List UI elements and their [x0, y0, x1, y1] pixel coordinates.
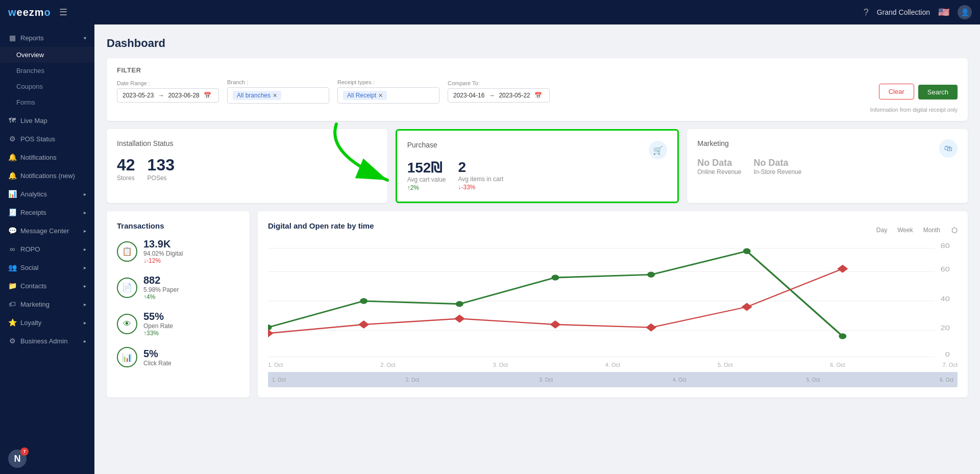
open-rate-info: 55% Open Rate ↑33% — [143, 311, 173, 337]
sidebar-item-ropo[interactable]: ∞ ROPO ▸ — [0, 240, 94, 258]
x-label-7: 7. Oct — [943, 362, 958, 368]
sidebar-item-livemap[interactable]: 🗺 Live Map — [0, 111, 94, 130]
extra-label: Click Rate — [143, 360, 172, 367]
analytics-expand-arrow: ▸ — [84, 191, 86, 197]
branch-label: Branch : — [227, 79, 329, 85]
ropo-expand-arrow: ▸ — [84, 246, 86, 252]
installation-status-card: Installation Status 42 Stores 133 POSes — [107, 129, 387, 203]
chart-tabs: Day Week Month — [873, 226, 943, 235]
sidebar-item-business-admin[interactable]: ⚙ Business Admin ▸ — [0, 332, 94, 350]
svg-marker-21 — [550, 320, 560, 329]
purchase-title: Purchase — [407, 141, 437, 149]
sidebar-item-notifications[interactable]: 🔔 Notifications — [0, 148, 94, 166]
sidebar-item-contacts[interactable]: 📁 Contacts ▸ — [0, 277, 94, 295]
svg-text:40: 40 — [941, 295, 950, 303]
installation-stats: 42 Stores 133 POSes — [117, 156, 377, 182]
receipt-types-input[interactable]: All Receipt ✕ — [337, 87, 439, 104]
sidebar-item-receipts[interactable]: 🧾 Receipts ▸ — [0, 203, 94, 221]
stores-value: 42 — [117, 156, 135, 174]
flag-icon: 🇺🇸 — [938, 7, 949, 18]
notifications-new-label: Notifications (new) — [20, 172, 75, 180]
sidebar-item-loyalty[interactable]: ⭐ Loyalty ▸ — [0, 313, 94, 332]
open-rate-change: ↑33% — [143, 330, 173, 337]
search-button[interactable]: Search — [918, 85, 958, 99]
notifications-icon: 🔔 — [8, 153, 16, 161]
tab-week[interactable]: Week — [894, 226, 916, 235]
compare-to-input[interactable]: 2023-04-16 → 2023-05-22 📅 — [448, 88, 550, 103]
svg-text:60: 60 — [941, 266, 950, 273]
receipt-tag: All Receipt ✕ — [343, 91, 387, 100]
compare-from: 2023-04-16 — [453, 92, 484, 99]
compare-calendar-icon: 📅 — [534, 92, 542, 99]
date-range-input[interactable]: 2023-05-23 → 2023-06-28 📅 — [117, 88, 219, 103]
sidebar-item-notifications-new[interactable]: 🔔 Notifications (new) — [0, 166, 94, 185]
loyalty-icon: ⭐ — [8, 318, 16, 327]
compare-to-label: Compare To: — [448, 80, 550, 86]
user-avatar-button[interactable]: 👤 — [958, 5, 972, 19]
bottom-row: Transactions 📋 13.9K 94.02% Digital ↓-12… — [107, 211, 968, 397]
digital-value: 13.9K — [143, 238, 183, 250]
date-to: 2023-06-28 — [168, 92, 199, 99]
livemap-label: Live Map — [20, 117, 47, 124]
marketing-icon: 🏷 — [8, 300, 16, 308]
reports-expand-arrow: ▾ — [84, 35, 86, 41]
sidebar-sub-item-branches[interactable]: Branches — [0, 63, 94, 79]
user-avatar[interactable]: N 7 — [8, 450, 27, 468]
minimap-label-4: 4. Oct — [673, 377, 687, 383]
avg-items-change: ↓-33% — [458, 184, 476, 191]
chart-svg: 80 60 40 20 0 — [268, 242, 958, 360]
chart-minimap[interactable]: 1. Oct 2. Oct 3. Oct 4. Oct 5. Oct 6. Oc… — [268, 372, 958, 387]
contacts-label: Contacts — [20, 282, 46, 290]
transactions-title: Transactions — [117, 221, 239, 230]
chart-expand-icon[interactable]: ⬡ — [951, 226, 958, 234]
filter-title: Filter — [117, 66, 958, 74]
extra-icon: 📊 — [117, 347, 137, 367]
notifications-new-icon: 🔔 — [8, 171, 16, 180]
receipt-types-label: Receipt types : — [337, 79, 439, 85]
top-navigation: weezmo ☰ ? Grand Collection 🇺🇸 👤 — [0, 0, 980, 24]
social-expand-arrow: ▸ — [84, 265, 86, 270]
cards-wrapper: Installation Status 42 Stores 133 POSes — [107, 129, 968, 203]
sidebar-item-analytics[interactable]: 📊 Analytics ▸ — [0, 185, 94, 203]
filter-row: Date Range : 2023-05-23 → 2023-06-28 📅 B… — [117, 79, 958, 104]
open-rate-icon: 👁 — [117, 314, 137, 334]
transaction-item-open-rate: 👁 55% Open Rate ↑33% — [117, 311, 239, 337]
sidebar-sub-item-forms[interactable]: Forms — [0, 94, 94, 110]
digital-info: 13.9K 94.02% Digital ↓-12% — [143, 238, 183, 264]
digital-change: ↓-12% — [143, 257, 183, 264]
hamburger-menu[interactable]: ☰ — [59, 7, 67, 18]
extra-info: 5% Click Rate — [143, 348, 172, 367]
help-icon[interactable]: ? — [864, 7, 869, 18]
avatar-letter: N — [14, 454, 21, 464]
poses-stat: 133 POSes — [148, 156, 175, 182]
paper-label: 5.98% Paper — [143, 286, 179, 293]
sidebar-item-message-center[interactable]: 💬 Message Center ▸ — [0, 221, 94, 240]
sidebar-item-marketing[interactable]: 🏷 Marketing ▸ — [0, 295, 94, 313]
pos-label: POS Status — [20, 135, 55, 143]
tab-month[interactable]: Month — [920, 226, 943, 235]
svg-marker-23 — [742, 303, 752, 311]
sidebar: ▦ Reports ▾ Overview Branches Coupons Fo… — [0, 24, 94, 474]
cards-row: Installation Status 42 Stores 133 POSes — [107, 129, 968, 203]
branch-tag-close[interactable]: ✕ — [273, 92, 277, 99]
sidebar-sub-item-coupons[interactable]: Coupons — [0, 79, 94, 94]
sidebar-sub-item-overview[interactable]: Overview — [0, 47, 94, 63]
svg-point-14 — [551, 275, 559, 281]
pos-icon: ⚙ — [8, 135, 16, 143]
notifications-label: Notifications — [20, 154, 57, 161]
message-center-expand-arrow: ▸ — [84, 228, 86, 234]
clear-button[interactable]: Clear — [879, 84, 914, 99]
social-label: Social — [20, 264, 38, 271]
avatar-badge: 7 — [20, 447, 29, 456]
paper-value: 882 — [143, 275, 179, 286]
receipt-types-group: Receipt types : All Receipt ✕ — [337, 79, 439, 104]
tab-day[interactable]: Day — [873, 226, 890, 235]
sidebar-item-social[interactable]: 👥 Social ▸ — [0, 258, 94, 277]
x-label-1: 1. Oct — [268, 362, 283, 368]
sidebar-item-pos-status[interactable]: ⚙ POS Status — [0, 130, 94, 148]
purchase-stats: 152₪ Avg cart value ↑2% 2 Avg items in c… — [407, 159, 668, 191]
sidebar-item-reports[interactable]: ▦ Reports ▾ — [0, 29, 94, 47]
receipt-tag-close[interactable]: ✕ — [378, 92, 383, 99]
branch-input[interactable]: All branches ✕ — [227, 87, 329, 104]
avg-cart-stat: 152₪ Avg cart value ↑2% — [407, 159, 446, 191]
